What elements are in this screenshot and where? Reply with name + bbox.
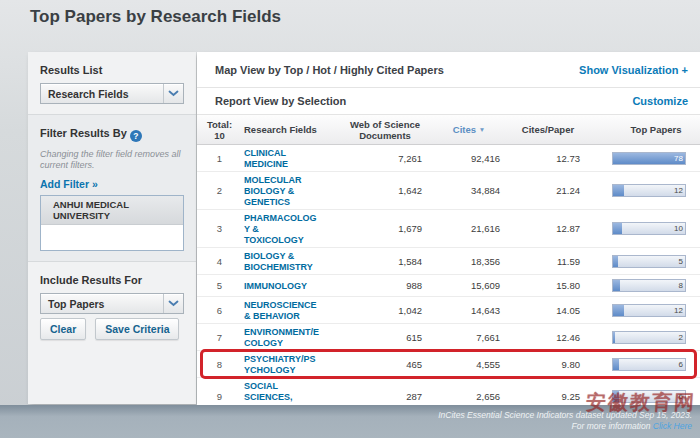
cites-per-paper-cell: 12.73: [508, 153, 588, 164]
top-papers-value: 78: [674, 153, 683, 164]
results-list-label: Results List: [40, 64, 184, 76]
top-papers-value: 2: [679, 332, 683, 343]
research-field-link[interactable]: CLINICAL MEDICINE: [244, 148, 288, 169]
column-header-wos-documents[interactable]: Web of Science Documents: [340, 119, 430, 141]
filter-listbox[interactable]: ANHUI MEDICAL UNIVERSITY: [40, 195, 184, 251]
research-field-link[interactable]: PSYCHIATRY/PS YCHOLOGY: [244, 354, 316, 375]
cites-per-paper-cell: 11.59: [508, 256, 588, 267]
help-icon[interactable]: ?: [130, 130, 142, 142]
cites-cell: 92,416: [430, 153, 508, 164]
top-papers-bar: 8: [612, 279, 686, 292]
table-row: 1 CLINICAL MEDICINE 7,261 92,416 12.73 7…: [197, 145, 700, 171]
column-header-total: Total: 10: [197, 119, 242, 141]
map-view-bar: Map View by Top / Hot / Highly Cited Pap…: [197, 52, 700, 88]
page-title: Top Papers by Research Fields: [30, 7, 281, 27]
report-view-title: Report View by Selection: [215, 95, 632, 107]
top-papers-bar: 6: [612, 390, 686, 403]
top-papers-bar-fill: [613, 305, 624, 316]
column-header-research-fields[interactable]: Research Fields: [242, 124, 340, 135]
rank-cell: 4: [197, 256, 242, 267]
top-papers-bar-fill: [613, 391, 619, 402]
cites-cell: 18,356: [430, 256, 508, 267]
footer-text: InCites Essential Science Indicators dat…: [438, 410, 692, 431]
documents-cell: 988: [340, 280, 430, 291]
rank-cell: 8: [197, 359, 242, 370]
cites-per-paper-cell: 9.25: [508, 391, 588, 402]
rank-cell: 5: [197, 280, 242, 291]
cites-per-paper-cell: 15.80: [508, 280, 588, 291]
sidebar-buttons: Clear Save Criteria: [40, 318, 184, 340]
clear-button[interactable]: Clear: [40, 318, 86, 340]
page: Top Papers by Research Fields Results Li…: [0, 0, 700, 438]
top-papers-bar-fill: [613, 280, 620, 291]
research-field-link[interactable]: PHARMACOLOG Y & TOXICOLOGY: [244, 213, 317, 245]
filter-note: Changing the filter field removes all cu…: [40, 149, 184, 171]
results-list-section: Results List Research Fields: [28, 52, 196, 114]
sort-desc-icon: ▼: [479, 126, 485, 133]
top-papers-value: 5: [679, 256, 683, 267]
top-papers-value: 12: [674, 185, 683, 196]
column-header-top-papers[interactable]: Top Papers: [588, 124, 700, 135]
cites-cell: 7,661: [430, 332, 508, 343]
cites-cell: 15,609: [430, 280, 508, 291]
top-papers-bar: 12: [612, 184, 686, 197]
cites-per-paper-cell: 21.24: [508, 185, 588, 196]
add-filter-link[interactable]: Add Filter »: [40, 178, 184, 190]
top-papers-bar: 6: [612, 358, 686, 371]
table-row: 5 IMMUNOLOGY 988 15,609 15.80 8: [197, 274, 700, 296]
include-results-dropdown[interactable]: Top Papers: [40, 293, 184, 314]
chevron-down-icon: [163, 294, 183, 313]
rank-cell: 2: [197, 185, 242, 196]
table-row: 3 PHARMACOLOG Y & TOXICOLOGY 1,679 21,61…: [197, 209, 700, 247]
cites-per-paper-cell: 12.46: [508, 332, 588, 343]
main-panel: Map View by Top / Hot / Highly Cited Pap…: [197, 52, 700, 408]
include-results-section: Include Results For Top Papers Clear Sav…: [28, 261, 196, 350]
chevron-down-icon: [163, 84, 183, 103]
click-here-link[interactable]: Click Here: [653, 421, 692, 431]
research-field-link[interactable]: MOLECULAR BIOLOGY & GENETICS: [244, 175, 302, 207]
filter-listbox-option[interactable]: ANHUI MEDICAL UNIVERSITY: [41, 196, 183, 225]
bottom-bar: InCites Essential Science Indicators dat…: [0, 405, 700, 438]
save-criteria-button[interactable]: Save Criteria: [95, 318, 179, 340]
research-field-link[interactable]: IMMUNOLOGY: [244, 281, 307, 291]
customize-link[interactable]: Customize: [632, 95, 688, 107]
rank-cell: 7: [197, 332, 242, 343]
top-papers-bar-fill: [613, 223, 622, 234]
research-field-link[interactable]: NEUROSCIENCE & BEHAVIOR: [244, 300, 317, 321]
research-field-link[interactable]: BIOLOGY & BIOCHEMISTRY: [244, 251, 313, 272]
results-list-dropdown-value: Research Fields: [41, 88, 163, 100]
table-row: 2 MOLECULAR BIOLOGY & GENETICS 1,642 34,…: [197, 171, 700, 209]
top-papers-bar-fill: [613, 359, 619, 370]
table-row: 4 BIOLOGY & BIOCHEMISTRY 1,584 18,356 11…: [197, 247, 700, 274]
results-list-dropdown[interactable]: Research Fields: [40, 83, 184, 104]
top-papers-bar-fill: [613, 185, 624, 196]
column-header-cites-per-paper[interactable]: Cites/Paper: [508, 124, 588, 135]
include-results-dropdown-value: Top Papers: [41, 298, 163, 310]
filter-label: Filter Results By: [40, 127, 127, 139]
top-papers-value: 6: [679, 391, 683, 402]
cites-per-paper-cell: 12.87: [508, 223, 588, 234]
documents-cell: 287: [340, 391, 430, 402]
table-row: 7 ENVIRONMENT/E COLOGY 615 7,661 12.46 2: [197, 323, 700, 350]
cites-per-paper-cell: 9.80: [508, 359, 588, 370]
cites-cell: 2,656: [430, 391, 508, 402]
show-visualization-link[interactable]: Show Visualization +: [579, 64, 688, 76]
table-row: 6 NEUROSCIENCE & BEHAVIOR 1,042 14,643 1…: [197, 296, 700, 323]
report-view-bar: Report View by Selection Customize: [197, 88, 700, 115]
top-papers-bar-fill: [613, 256, 618, 267]
top-papers-bar: 2: [612, 331, 686, 344]
table-row: 8 PSYCHIATRY/PS YCHOLOGY 465 4,555 9.80 …: [197, 350, 700, 377]
column-header-cites[interactable]: Cites ▼: [430, 124, 508, 135]
documents-cell: 1,642: [340, 185, 430, 196]
top-papers-bar: 78: [612, 152, 686, 165]
cites-cell: 14,643: [430, 305, 508, 316]
table-body: 1 CLINICAL MEDICINE 7,261 92,416 12.73 7…: [197, 145, 700, 437]
top-papers-value: 12: [674, 305, 683, 316]
rank-cell: 6: [197, 305, 242, 316]
map-view-title: Map View by Top / Hot / Highly Cited Pap…: [215, 64, 579, 76]
top-papers-bar: 5: [612, 255, 686, 268]
footer-dataset-note: InCites Essential Science Indicators dat…: [438, 410, 692, 421]
top-papers-value: 10: [674, 223, 683, 234]
top-papers-value: 8: [679, 280, 683, 291]
research-field-link[interactable]: ENVIRONMENT/E COLOGY: [244, 327, 319, 348]
